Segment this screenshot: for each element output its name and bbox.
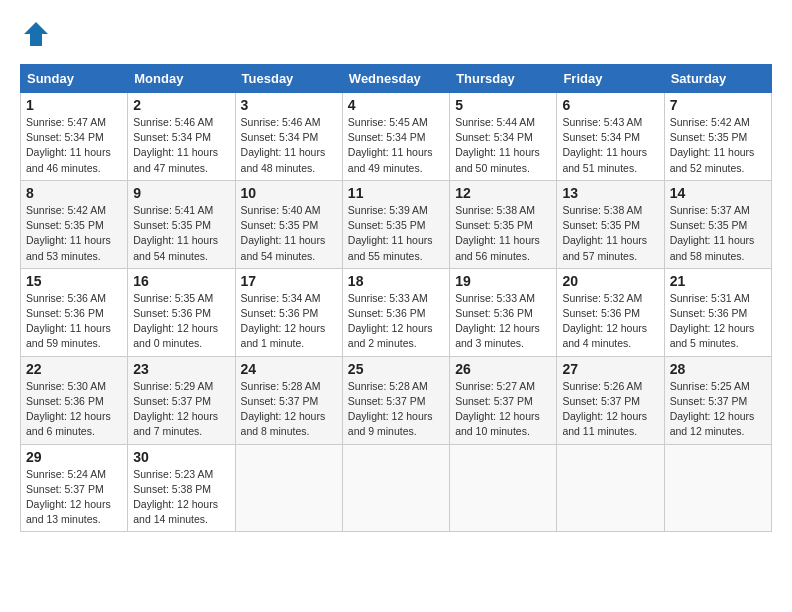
day-number: 13 [562,185,658,201]
day-number: 19 [455,273,551,289]
day-info: Sunrise: 5:27 AMSunset: 5:37 PMDaylight:… [455,379,551,440]
calendar-cell [450,444,557,532]
day-number: 4 [348,97,444,113]
calendar-cell: 26Sunrise: 5:27 AMSunset: 5:37 PMDayligh… [450,356,557,444]
day-number: 27 [562,361,658,377]
weekday-header: Friday [557,65,664,93]
day-info: Sunrise: 5:44 AMSunset: 5:34 PMDaylight:… [455,115,551,176]
day-info: Sunrise: 5:24 AMSunset: 5:37 PMDaylight:… [26,467,122,528]
day-info: Sunrise: 5:40 AMSunset: 5:35 PMDaylight:… [241,203,337,264]
calendar-cell: 11Sunrise: 5:39 AMSunset: 5:35 PMDayligh… [342,180,449,268]
day-info: Sunrise: 5:39 AMSunset: 5:35 PMDaylight:… [348,203,444,264]
day-number: 6 [562,97,658,113]
calendar-cell: 15Sunrise: 5:36 AMSunset: 5:36 PMDayligh… [21,268,128,356]
calendar-cell: 24Sunrise: 5:28 AMSunset: 5:37 PMDayligh… [235,356,342,444]
day-info: Sunrise: 5:38 AMSunset: 5:35 PMDaylight:… [455,203,551,264]
day-info: Sunrise: 5:29 AMSunset: 5:37 PMDaylight:… [133,379,229,440]
day-info: Sunrise: 5:26 AMSunset: 5:37 PMDaylight:… [562,379,658,440]
weekday-header: Thursday [450,65,557,93]
calendar-week-row: 8Sunrise: 5:42 AMSunset: 5:35 PMDaylight… [21,180,772,268]
calendar-cell: 22Sunrise: 5:30 AMSunset: 5:36 PMDayligh… [21,356,128,444]
calendar-week-row: 1Sunrise: 5:47 AMSunset: 5:34 PMDaylight… [21,93,772,181]
calendar-cell: 5Sunrise: 5:44 AMSunset: 5:34 PMDaylight… [450,93,557,181]
day-number: 20 [562,273,658,289]
weekday-header: Sunday [21,65,128,93]
calendar-table: SundayMondayTuesdayWednesdayThursdayFrid… [20,64,772,532]
calendar-cell: 7Sunrise: 5:42 AMSunset: 5:35 PMDaylight… [664,93,771,181]
day-number: 16 [133,273,229,289]
day-number: 9 [133,185,229,201]
calendar-cell [235,444,342,532]
calendar-cell: 20Sunrise: 5:32 AMSunset: 5:36 PMDayligh… [557,268,664,356]
calendar-cell: 1Sunrise: 5:47 AMSunset: 5:34 PMDaylight… [21,93,128,181]
svg-marker-0 [24,22,48,46]
day-info: Sunrise: 5:46 AMSunset: 5:34 PMDaylight:… [241,115,337,176]
calendar-cell [342,444,449,532]
calendar-cell: 23Sunrise: 5:29 AMSunset: 5:37 PMDayligh… [128,356,235,444]
weekday-header: Wednesday [342,65,449,93]
weekday-header: Monday [128,65,235,93]
day-number: 11 [348,185,444,201]
calendar-cell [664,444,771,532]
calendar-week-row: 15Sunrise: 5:36 AMSunset: 5:36 PMDayligh… [21,268,772,356]
day-number: 30 [133,449,229,465]
page-header [20,20,772,48]
day-info: Sunrise: 5:32 AMSunset: 5:36 PMDaylight:… [562,291,658,352]
day-info: Sunrise: 5:25 AMSunset: 5:37 PMDaylight:… [670,379,766,440]
day-info: Sunrise: 5:23 AMSunset: 5:38 PMDaylight:… [133,467,229,528]
day-info: Sunrise: 5:34 AMSunset: 5:36 PMDaylight:… [241,291,337,352]
calendar-cell: 6Sunrise: 5:43 AMSunset: 5:34 PMDaylight… [557,93,664,181]
day-number: 18 [348,273,444,289]
weekday-header: Saturday [664,65,771,93]
day-info: Sunrise: 5:30 AMSunset: 5:36 PMDaylight:… [26,379,122,440]
day-info: Sunrise: 5:33 AMSunset: 5:36 PMDaylight:… [455,291,551,352]
day-info: Sunrise: 5:41 AMSunset: 5:35 PMDaylight:… [133,203,229,264]
calendar-cell: 18Sunrise: 5:33 AMSunset: 5:36 PMDayligh… [342,268,449,356]
day-number: 26 [455,361,551,377]
day-number: 22 [26,361,122,377]
day-number: 25 [348,361,444,377]
day-number: 7 [670,97,766,113]
logo-icon [22,20,50,48]
day-info: Sunrise: 5:28 AMSunset: 5:37 PMDaylight:… [241,379,337,440]
day-info: Sunrise: 5:42 AMSunset: 5:35 PMDaylight:… [26,203,122,264]
day-info: Sunrise: 5:45 AMSunset: 5:34 PMDaylight:… [348,115,444,176]
day-info: Sunrise: 5:47 AMSunset: 5:34 PMDaylight:… [26,115,122,176]
day-number: 10 [241,185,337,201]
day-number: 21 [670,273,766,289]
calendar-cell: 3Sunrise: 5:46 AMSunset: 5:34 PMDaylight… [235,93,342,181]
day-info: Sunrise: 5:35 AMSunset: 5:36 PMDaylight:… [133,291,229,352]
day-number: 3 [241,97,337,113]
day-info: Sunrise: 5:46 AMSunset: 5:34 PMDaylight:… [133,115,229,176]
day-number: 29 [26,449,122,465]
day-info: Sunrise: 5:36 AMSunset: 5:36 PMDaylight:… [26,291,122,352]
day-number: 8 [26,185,122,201]
day-info: Sunrise: 5:42 AMSunset: 5:35 PMDaylight:… [670,115,766,176]
calendar-cell: 16Sunrise: 5:35 AMSunset: 5:36 PMDayligh… [128,268,235,356]
calendar-cell: 17Sunrise: 5:34 AMSunset: 5:36 PMDayligh… [235,268,342,356]
calendar-cell: 29Sunrise: 5:24 AMSunset: 5:37 PMDayligh… [21,444,128,532]
day-number: 24 [241,361,337,377]
day-number: 23 [133,361,229,377]
calendar-cell: 30Sunrise: 5:23 AMSunset: 5:38 PMDayligh… [128,444,235,532]
day-number: 14 [670,185,766,201]
day-number: 15 [26,273,122,289]
calendar-cell: 21Sunrise: 5:31 AMSunset: 5:36 PMDayligh… [664,268,771,356]
day-info: Sunrise: 5:37 AMSunset: 5:35 PMDaylight:… [670,203,766,264]
day-number: 28 [670,361,766,377]
day-number: 12 [455,185,551,201]
day-info: Sunrise: 5:33 AMSunset: 5:36 PMDaylight:… [348,291,444,352]
day-number: 5 [455,97,551,113]
calendar-cell: 4Sunrise: 5:45 AMSunset: 5:34 PMDaylight… [342,93,449,181]
calendar-cell: 25Sunrise: 5:28 AMSunset: 5:37 PMDayligh… [342,356,449,444]
calendar-cell: 13Sunrise: 5:38 AMSunset: 5:35 PMDayligh… [557,180,664,268]
calendar-week-row: 29Sunrise: 5:24 AMSunset: 5:37 PMDayligh… [21,444,772,532]
calendar-cell: 12Sunrise: 5:38 AMSunset: 5:35 PMDayligh… [450,180,557,268]
calendar-cell: 8Sunrise: 5:42 AMSunset: 5:35 PMDaylight… [21,180,128,268]
calendar-cell: 28Sunrise: 5:25 AMSunset: 5:37 PMDayligh… [664,356,771,444]
calendar-cell: 9Sunrise: 5:41 AMSunset: 5:35 PMDaylight… [128,180,235,268]
day-number: 2 [133,97,229,113]
calendar-cell: 2Sunrise: 5:46 AMSunset: 5:34 PMDaylight… [128,93,235,181]
day-info: Sunrise: 5:28 AMSunset: 5:37 PMDaylight:… [348,379,444,440]
day-info: Sunrise: 5:43 AMSunset: 5:34 PMDaylight:… [562,115,658,176]
